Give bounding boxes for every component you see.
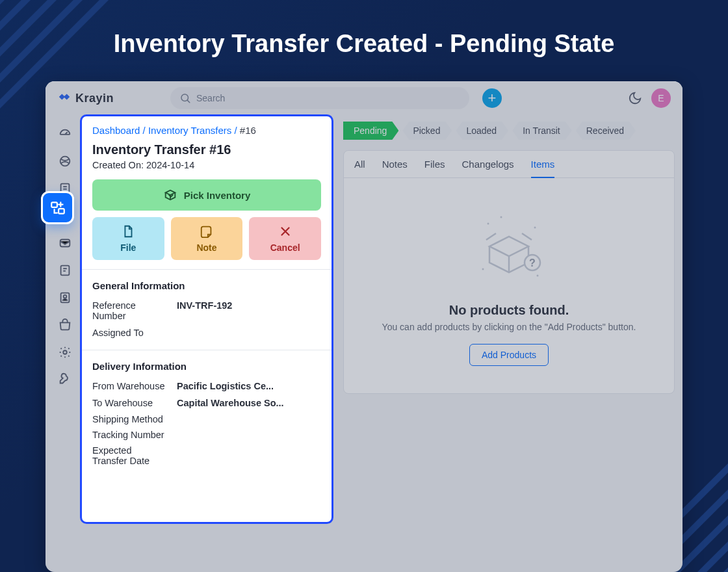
sidebar-item-activities[interactable]	[53, 261, 77, 280]
sidebar-item-products[interactable]	[53, 315, 77, 335]
sidebar-item-inventory-active[interactable]	[41, 191, 74, 224]
empty-title: No products found.	[357, 303, 661, 318]
svg-point-22	[500, 216, 502, 218]
status-pill-in-transit[interactable]: In Transit	[512, 122, 572, 140]
svg-rect-27	[58, 209, 64, 214]
svg-rect-26	[51, 202, 57, 207]
top-bar: Krayin Search + E	[46, 81, 682, 115]
empty-subtitle: You can add products by clicking on the …	[357, 322, 661, 332]
tab-notes[interactable]: Notes	[382, 159, 408, 177]
file-button[interactable]: File	[92, 217, 164, 260]
pick-inventory-button[interactable]: Pick Inventory	[92, 179, 321, 211]
svg-point-12	[60, 157, 70, 166]
detail-right-panel: PendingPickedLoadedIn TransitReceived Al…	[343, 122, 675, 394]
card-title: Inventory Transfer #16	[82, 136, 332, 159]
dark-mode-icon[interactable]	[628, 91, 642, 105]
logo-icon	[57, 90, 72, 107]
breadcrumb-current: #16	[240, 125, 256, 136]
sidebar-item-dashboard[interactable]	[53, 124, 77, 144]
brand-name: Krayin	[75, 92, 114, 105]
cancel-button[interactable]: Cancel	[249, 217, 321, 260]
assigned-to-label: Assigned To	[92, 328, 177, 338]
brand-logo[interactable]: Krayin	[57, 90, 161, 107]
close-icon	[278, 224, 292, 239]
items-card: AllNotesFilesChangelogsItems ?	[343, 150, 675, 394]
from-warehouse-value: Pacific Logistics Ce...	[177, 381, 274, 391]
sidebar-item-configuration[interactable]	[53, 370, 77, 389]
reference-number-label: ReferenceNumber	[92, 300, 177, 321]
sidebar-item-contacts[interactable]	[53, 288, 77, 307]
svg-point-17	[64, 295, 67, 298]
empty-box-icon: ?	[470, 211, 548, 289]
svg-line-11	[187, 100, 189, 102]
note-icon	[200, 224, 214, 239]
shipping-method-label: Shipping Method	[82, 412, 332, 428]
status-pill-picked[interactable]: Picked	[402, 122, 452, 140]
delivery-information-heading: Delivery Information	[82, 350, 332, 378]
tab-files[interactable]: Files	[424, 159, 445, 177]
to-warehouse-label: To Warehouse	[92, 398, 177, 408]
tracking-number-label: Tracking Number	[82, 428, 332, 443]
svg-point-23	[534, 227, 536, 229]
svg-point-24	[482, 268, 484, 270]
tab-items[interactable]: Items	[531, 159, 555, 177]
general-information-heading: General Information	[82, 270, 332, 298]
sidebar	[46, 115, 84, 572]
svg-text:?: ?	[529, 257, 536, 268]
tab-all[interactable]: All	[354, 159, 365, 177]
tab-changelogs[interactable]: Changelogs	[462, 159, 514, 177]
slide-title: Inventory Transfer Created - Pending Sta…	[0, 30, 728, 58]
breadcrumb-inventory-transfers[interactable]: Inventory Transfers	[148, 125, 231, 136]
sidebar-item-leads[interactable]	[53, 151, 77, 171]
sidebar-item-settings[interactable]	[53, 343, 77, 362]
search-icon	[179, 92, 191, 104]
avatar[interactable]: E	[651, 88, 671, 108]
note-button[interactable]: Note	[171, 217, 243, 260]
expected-transfer-date-label: ExpectedTransfer Date	[82, 443, 332, 469]
add-products-button[interactable]: Add Products	[469, 344, 549, 366]
to-warehouse-value: Capital Warehouse So...	[177, 398, 284, 408]
status-pill-pending[interactable]: Pending	[343, 122, 398, 140]
svg-point-25	[537, 275, 539, 277]
empty-state: ? No products found. You can add product…	[344, 178, 674, 393]
card-subtitle: Created On: 2024-10-14	[82, 159, 332, 179]
box-arrow-icon	[163, 188, 177, 202]
status-pill-loaded[interactable]: Loaded	[456, 122, 508, 140]
search-input[interactable]: Search	[170, 87, 469, 109]
status-strip: PendingPickedLoadedIn TransitReceived	[343, 122, 675, 140]
search-placeholder: Search	[196, 93, 225, 103]
reference-number-value: INV-TRF-192	[177, 300, 232, 321]
status-pill-received[interactable]: Received	[576, 122, 636, 140]
breadcrumb-dashboard[interactable]: Dashboard	[92, 125, 140, 136]
tabs-row: AllNotesFilesChangelogsItems	[344, 151, 674, 178]
quick-add-button[interactable]: +	[482, 88, 502, 108]
transfer-summary-card: Dashboard / Inventory Transfers / #16 In…	[80, 114, 333, 524]
from-warehouse-label: From Warehouse	[92, 381, 177, 391]
sidebar-item-mail[interactable]	[53, 233, 77, 253]
svg-point-18	[63, 350, 67, 354]
file-icon	[121, 224, 135, 239]
svg-point-21	[488, 223, 489, 225]
breadcrumb: Dashboard / Inventory Transfers / #16	[82, 116, 332, 136]
